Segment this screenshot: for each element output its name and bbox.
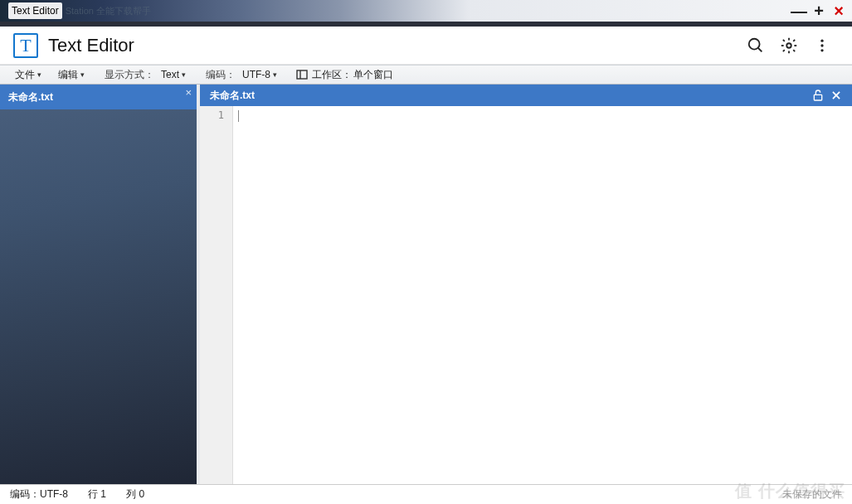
- encoding-label: 编码：: [194, 68, 241, 82]
- window-title: Text Editor: [8, 2, 62, 19]
- status-column: 列 0: [126, 487, 144, 502]
- text-cursor: [238, 110, 239, 122]
- svg-rect-8: [814, 94, 821, 100]
- chevron-down-icon: ▾: [273, 70, 277, 79]
- editor-tab-label[interactable]: 未命名.txt: [207, 89, 258, 103]
- editor-panel: 未命名.txt 1: [197, 85, 852, 484]
- menu-encoding[interactable]: UTF-8▾: [241, 65, 285, 84]
- os-titlebar[interactable]: Text Editor Station 全能下载帮手 — + ×: [0, 0, 852, 22]
- svg-point-3: [820, 39, 823, 41]
- minimize-button[interactable]: —: [789, 1, 809, 21]
- maximize-button[interactable]: +: [809, 1, 829, 21]
- workspace-label: 工作区：: [312, 68, 352, 82]
- chevron-down-icon: ▾: [37, 70, 41, 79]
- close-sidebar-tab-button[interactable]: ×: [185, 86, 192, 99]
- workspace-value: 单个窗口: [353, 68, 393, 82]
- close-window-button[interactable]: ×: [829, 1, 849, 21]
- sidebar: 未命名.txt ×: [0, 85, 197, 484]
- app-title: Text Editor: [48, 35, 134, 56]
- chevron-down-icon: ▾: [182, 70, 186, 79]
- unlock-button[interactable]: [809, 86, 827, 104]
- line-number-gutter: 1: [200, 106, 233, 484]
- display-mode-label: 显示方式：: [93, 68, 159, 82]
- svg-point-5: [820, 49, 823, 51]
- search-button[interactable]: [739, 29, 772, 62]
- menu-display-mode[interactable]: Text▾: [159, 65, 194, 84]
- svg-point-2: [786, 43, 791, 48]
- editor-body: 1: [197, 106, 852, 484]
- gear-icon: [780, 36, 798, 55]
- menu-edit[interactable]: 编辑▾: [50, 65, 93, 84]
- close-icon: [830, 90, 842, 101]
- app-header: T Text Editor: [0, 27, 852, 65]
- more-vert-icon: [814, 37, 830, 54]
- svg-rect-6: [297, 70, 307, 79]
- chevron-down-icon: ▾: [80, 70, 85, 79]
- close-editor-tab-button[interactable]: [827, 86, 845, 104]
- content-area: 未命名.txt × 未命名.txt: [0, 85, 852, 484]
- workspace-icon: [295, 68, 309, 81]
- svg-line-1: [758, 47, 762, 51]
- code-editor-area[interactable]: [233, 106, 852, 484]
- window-ghost-text: Station 全能下载帮手: [66, 5, 151, 17]
- sidebar-file-tab[interactable]: 未命名.txt ×: [0, 85, 197, 109]
- editor-tabbar: 未命名.txt: [197, 85, 852, 106]
- svg-point-0: [749, 38, 760, 49]
- line-number: 1: [200, 109, 224, 121]
- app-window: Text Editor Station 全能下载帮手 — + × T Text …: [0, 0, 852, 504]
- menubar: 文件▾ 编辑▾ 显示方式： Text▾ 编码： UTF-8▾ 工作区： 单个窗口: [0, 65, 852, 85]
- status-encoding: 编码：UTF-8: [10, 487, 68, 502]
- status-unsaved: 未保存的文件: [782, 487, 842, 502]
- svg-point-4: [820, 44, 823, 46]
- app-logo-icon: T: [13, 33, 38, 58]
- unlock-icon: [811, 89, 825, 102]
- settings-button[interactable]: [772, 29, 806, 62]
- search-icon: [747, 36, 765, 55]
- more-menu-button[interactable]: [806, 29, 839, 62]
- status-line: 行 1: [88, 487, 106, 502]
- sidebar-tab-label: 未命名.txt: [8, 90, 53, 104]
- menu-file[interactable]: 文件▾: [7, 65, 50, 84]
- statusbar: 编码：UTF-8 行 1 列 0 未保存的文件: [0, 484, 852, 504]
